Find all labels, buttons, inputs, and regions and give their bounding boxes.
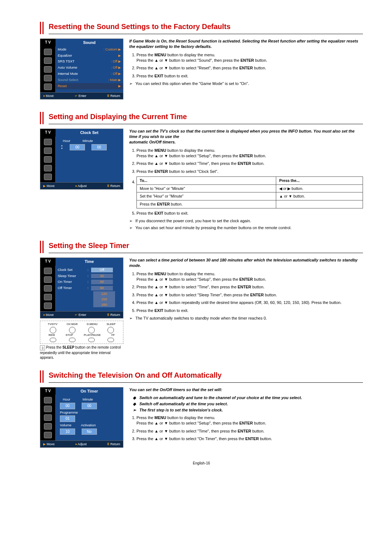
step-list: Press the MENU button to display the men… bbox=[129, 148, 363, 216]
step: Press the MENU button to display the men… bbox=[136, 415, 363, 426]
menu-icon bbox=[44, 302, 52, 309]
section-current-time: Setting and Displaying the Current Time … bbox=[40, 112, 363, 231]
menu-icon bbox=[44, 57, 52, 64]
remote-button-label: STOP bbox=[66, 333, 73, 337]
step: Press the EXIT button to exit. bbox=[136, 308, 363, 313]
step-list: Press the MENU button to display the men… bbox=[129, 271, 363, 313]
remote-button-label: REW bbox=[49, 333, 55, 337]
osd-menu-item: Clock Set:Off bbox=[56, 267, 123, 273]
menu-icon bbox=[44, 276, 52, 283]
osd-menu-item: Equalizer ▶ bbox=[56, 53, 123, 59]
note-arrow-icon: ➢ bbox=[129, 225, 132, 231]
menu-icon bbox=[44, 156, 52, 163]
section-on-off-auto: Switching the Television On and Off Auto… bbox=[40, 370, 363, 450]
menu-icon bbox=[44, 406, 52, 412]
osd-menu-item: Auto Volume: Off ▶ bbox=[56, 65, 123, 71]
minute-value: 00 bbox=[91, 144, 107, 151]
step: Press the ▲ or ▼ button repeatedly until… bbox=[136, 300, 363, 305]
page-footer: English-16 bbox=[40, 461, 363, 466]
menu-icon bbox=[44, 139, 52, 145]
osd-menu-item: Reset ▶ bbox=[56, 83, 123, 89]
hour-value: 00 bbox=[70, 144, 85, 151]
bullet-list: Switch on automatically and tune to the … bbox=[129, 395, 363, 407]
volume-value: 10 bbox=[60, 429, 75, 435]
osd-menu-item: On Timer:60 bbox=[56, 279, 123, 285]
osd-footer: ♦ Move ↵ Enter Ⅲ Return bbox=[40, 92, 123, 99]
note-arrow-icon: ➢ bbox=[129, 218, 132, 224]
step: To...Press the... Move to "Hour" or "Min… bbox=[136, 176, 363, 208]
remote-button-icon bbox=[50, 338, 56, 342]
section-title: Setting the Sleep Timer bbox=[49, 241, 363, 253]
section-title: Switching the Television On and Off Auto… bbox=[49, 370, 363, 382]
menu-icon bbox=[44, 49, 52, 55]
remote-button-icon bbox=[88, 327, 95, 333]
note: ➢You can also set hour and minute by pre… bbox=[129, 225, 363, 231]
menu-icon bbox=[44, 75, 52, 81]
step: Press the MENU button to display the men… bbox=[136, 271, 363, 283]
remote-control-diagram: TV/DTVCH MGRD.MENUSLEEP REWSTOPPLAY/PAUS… bbox=[40, 321, 123, 344]
section-lead: You can set the On/Off timers so that th… bbox=[129, 387, 363, 393]
section-sleep-timer: Setting the Sleep Timer T V Time Clock S… bbox=[40, 241, 363, 360]
osd-clock-set: T V Clock Set HourMinute ▲▼ 00 00 bbox=[40, 129, 123, 190]
step: Press the ▲ or ▼ button to select "Time"… bbox=[136, 429, 363, 434]
osd-menu-item: Sleep Timer:30 bbox=[56, 273, 123, 279]
section-lead: If Game Mode is On, the Reset Sound func… bbox=[129, 38, 363, 49]
step: Press the ▲ or ▼ button to select "On Ti… bbox=[136, 436, 363, 442]
osd-option: 150 bbox=[93, 297, 115, 302]
step: Press the EXIT button to exit. bbox=[136, 73, 363, 79]
menu-icon bbox=[44, 423, 52, 430]
note: ➢The TV automatically switches to standb… bbox=[129, 316, 363, 321]
remote-button-label: PLAY/PAUSE bbox=[84, 333, 101, 337]
osd-tv-label: T V bbox=[40, 39, 56, 46]
menu-icon bbox=[44, 268, 52, 274]
note: ➢You can select this option when the "Ga… bbox=[129, 81, 363, 86]
step: Press the ▲ or ▼ button to select "Time"… bbox=[136, 161, 363, 166]
step: Press the MENU button to display the men… bbox=[136, 52, 363, 64]
heading-accent-bar bbox=[40, 112, 44, 124]
remote-button-icon bbox=[88, 338, 95, 342]
section-lead: You can select a time period of between … bbox=[129, 257, 363, 268]
osd-menu-item: Sound Select: Main ▶ bbox=[56, 77, 123, 83]
programme-value: 01 bbox=[60, 415, 75, 422]
menu-icon bbox=[44, 147, 52, 154]
step: Press the ▲ or ▼ button to select "Reset… bbox=[136, 65, 363, 71]
osd-menu-item: SRS TSXT: Off ▶ bbox=[56, 58, 123, 65]
osd-on-timer: T V On Timer HourMinute 0000 Programme 0… bbox=[40, 387, 123, 448]
remote-button-label: CH MGR bbox=[66, 322, 77, 326]
remote-button-label: TV/DTV bbox=[48, 322, 58, 326]
remote-button-icon bbox=[50, 327, 56, 333]
note-arrow-icon: ➢ bbox=[129, 81, 132, 86]
step: Press the ▲ or ▼ button to select "Time"… bbox=[136, 284, 363, 290]
to-press-table: To...Press the... Move to "Hour" or "Min… bbox=[136, 176, 363, 208]
first-step-note: The first step is to set the television'… bbox=[129, 407, 363, 413]
step-list: Press the MENU button to display the men… bbox=[129, 52, 363, 79]
note: ➢If you disconnect the power cord, you h… bbox=[129, 218, 363, 224]
section-sound-reset: Resetting the Sound Settings to the Fact… bbox=[40, 22, 363, 102]
menu-icon bbox=[44, 414, 52, 421]
menu-icon bbox=[44, 432, 52, 438]
remote-button-icon bbox=[69, 327, 75, 333]
minute-value: 00 bbox=[82, 403, 97, 409]
menu-icon bbox=[44, 66, 52, 73]
remote-button-label: D.MENU bbox=[87, 322, 98, 326]
menu-icon bbox=[44, 174, 52, 180]
step-list: Press the MENU button to display the men… bbox=[129, 415, 363, 442]
osd-menu-item: Internal Mute: Off ▶ bbox=[56, 71, 123, 77]
step: Press the EXIT button to exit. bbox=[136, 211, 363, 216]
section-title: Resetting the Sound Settings to the Fact… bbox=[49, 22, 363, 34]
osd-option: 120 bbox=[93, 291, 115, 297]
remote-note: ▯Press the SLEEP button on the remote co… bbox=[40, 345, 123, 360]
remote-shortcut-icon: ▯ bbox=[40, 345, 45, 350]
menu-icon bbox=[44, 165, 52, 171]
osd-time-menu: T V Time Clock Set:OffSleep Timer:30On T… bbox=[40, 257, 123, 318]
osd-menu-item: Off Timer:90 bbox=[56, 285, 123, 291]
menu-icon bbox=[44, 294, 52, 300]
osd-menu-item: Mode: Custom ▶ bbox=[56, 46, 123, 53]
menu-icon bbox=[44, 397, 52, 403]
step: Press the ENTER button to select "Clock … bbox=[136, 169, 363, 174]
remote-button-icon bbox=[107, 327, 114, 333]
remote-button-label: SLEEP bbox=[107, 322, 116, 326]
remote-button-icon bbox=[69, 338, 75, 342]
section-lead: You can set the TV's clock so that the c… bbox=[129, 129, 363, 145]
remote-button-label: FF bbox=[111, 333, 115, 337]
